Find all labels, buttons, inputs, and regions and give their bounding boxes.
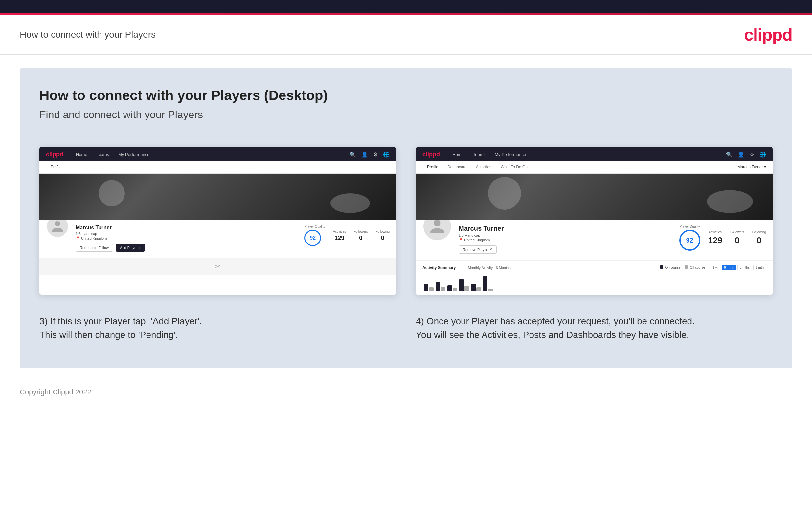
filter-6mths[interactable]: 6 mths — [722, 265, 736, 270]
tab-whattodo-2[interactable]: What To Do On — [496, 161, 532, 173]
golf-image-2 — [416, 174, 773, 220]
bar-oncourse — [447, 285, 452, 291]
top-bar — [0, 0, 812, 13]
mock-nav-icons-2: 🔍 👤 ⚙ 🌐 — [726, 151, 766, 158]
bar-oncourse — [459, 279, 464, 291]
time-filters: 1 yr 6 mths 3 mths 1 mth — [710, 265, 766, 270]
location-pin-icon-2: 📍 — [459, 238, 463, 242]
tab-dashboard-2[interactable]: Dashboard — [443, 161, 471, 173]
tab-profile-2[interactable]: Profile — [422, 161, 443, 173]
bar-offcourse — [476, 287, 481, 291]
bar-offcourse — [453, 288, 457, 291]
stat-following-2: Following 0 — [752, 230, 766, 245]
player-handicap-2: 1-5 Handicap — [459, 233, 673, 237]
settings-icon-2[interactable]: ⚙ — [750, 151, 754, 158]
mock-nav-home-2[interactable]: Home — [448, 147, 468, 161]
settings-icon-1[interactable]: ⚙ — [373, 151, 378, 158]
bar-group-6 — [483, 276, 493, 291]
bar-offcourse — [488, 289, 493, 291]
mock-nav-home-1[interactable]: Home — [71, 147, 92, 161]
stat-followers-2: Followers 0 — [730, 230, 744, 245]
player-info-1: Marcus Turner 1-5 Handicap 📍 United King… — [75, 225, 298, 252]
activity-title-group: Activity Summary | Monthly Activity · 6 … — [422, 265, 511, 270]
stat-following-1: Following 0 — [376, 230, 390, 241]
legend-offcourse: Off course — [684, 266, 705, 269]
bar-group-4 — [459, 279, 469, 291]
player-handicap-1: 1-5 Handicap — [75, 232, 298, 236]
search-icon-2[interactable]: 🔍 — [726, 151, 732, 158]
main-content: How to connect with your Players (Deskto… — [20, 68, 792, 368]
screenshots-row: clippd Home Teams My Performance 🔍 👤 ⚙ 🌐… — [39, 147, 773, 295]
player-location-2: 📍 United Kingdom — [459, 238, 673, 242]
close-icon-remove: ✕ — [490, 247, 492, 252]
offcourse-dot — [684, 266, 688, 269]
stat-activities-2: Activities 129 — [708, 230, 722, 245]
filter-1yr[interactable]: 1 yr — [710, 265, 720, 270]
page-subheading: Find and connect with your Players — [39, 109, 773, 121]
player-location-1: 📍 United Kingdom — [75, 236, 298, 240]
mock-nav-performance-1[interactable]: My Performance — [114, 147, 154, 161]
remove-player-button[interactable]: Remove Player ✕ — [459, 245, 497, 253]
player-name-2: Marcus Turner — [459, 225, 673, 232]
activity-chart — [422, 274, 766, 291]
mock-bottom-1: ✂ — [39, 258, 396, 275]
activity-header: Activity Summary | Monthly Activity · 6 … — [422, 265, 766, 270]
tab-right-2[interactable]: Marcus Turner ▾ — [738, 161, 766, 173]
user-icon-1[interactable]: 👤 — [361, 151, 368, 158]
player-name-1: Marcus Turner — [75, 225, 298, 231]
captions-row: 3) If this is your Player tap, 'Add Play… — [39, 315, 773, 342]
stat-activities-1: Activities 129 — [333, 230, 346, 241]
stats-row-2: Player Quality 92 Activities 129 Followe… — [679, 225, 766, 251]
filter-3mths[interactable]: 3 mths — [738, 265, 752, 270]
bar-oncourse — [436, 282, 440, 291]
tab-profile-1[interactable]: Profile — [46, 161, 66, 173]
tab-activities-2[interactable]: Activities — [471, 161, 496, 173]
caption-right: 4) Once your Player has accepted your re… — [416, 315, 773, 342]
footer: Copyright Clippd 2022 — [0, 381, 812, 403]
follow-button-1[interactable]: Request to Follow — [75, 244, 113, 252]
bar-oncourse — [471, 284, 476, 291]
quality-circle-2: 92 — [679, 230, 700, 251]
header-title: How to connect with your Players — [20, 30, 156, 40]
globe-icon-2[interactable]: 🌐 — [759, 151, 766, 158]
activity-legend: On course Off course — [660, 266, 705, 269]
mock-tabs-1: Profile — [39, 161, 396, 174]
action-buttons-1: Request to Follow Add Player + — [75, 244, 298, 252]
oncourse-dot — [660, 266, 663, 269]
profile-section-2: Marcus Turner 1-5 Handicap 📍 United King… — [416, 220, 773, 260]
screenshot-2: clippd Home Teams My Performance 🔍 👤 ⚙ 🌐… — [416, 147, 773, 295]
bar-group-5 — [471, 284, 481, 291]
search-icon-1[interactable]: 🔍 — [350, 151, 356, 158]
header-logo: clippd — [744, 25, 792, 45]
mock-nav-teams-1[interactable]: Teams — [92, 147, 114, 161]
mock-nav-teams-2[interactable]: Teams — [468, 147, 490, 161]
activity-controls: On course Off course 1 yr 6 mths 3 mths — [660, 265, 766, 270]
globe-icon-1[interactable]: 🌐 — [383, 151, 390, 158]
bar-group-2 — [436, 282, 445, 291]
golf-image-1 — [39, 174, 396, 220]
page-heading: How to connect with your Players (Deskto… — [39, 88, 773, 103]
legend-oncourse: On course — [660, 266, 680, 269]
stat-followers-1: Followers 0 — [354, 230, 368, 241]
scissor-icon: ✂ — [215, 263, 221, 270]
mock-nav-2: clippd Home Teams My Performance 🔍 👤 ⚙ 🌐 — [416, 147, 773, 161]
user-icon-2[interactable]: 👤 — [738, 151, 744, 158]
add-player-button-1[interactable]: Add Player + — [116, 244, 145, 252]
profile-section-1: Marcus Turner 1-5 Handicap 📍 United King… — [39, 220, 396, 258]
bar-offcourse — [429, 287, 434, 291]
stat-quality-2: Player Quality 92 — [679, 225, 700, 251]
screenshot-1: clippd Home Teams My Performance 🔍 👤 ⚙ 🌐… — [39, 147, 396, 295]
quality-circle-1: 92 — [305, 230, 321, 246]
activity-title: Activity Summary — [422, 266, 456, 270]
caption-left: 3) If this is your Player tap, 'Add Play… — [39, 315, 396, 342]
location-pin-icon: 📍 — [75, 236, 80, 240]
bar-offcourse — [441, 287, 445, 291]
mock-nav-performance-2[interactable]: My Performance — [490, 147, 530, 161]
mock-logo-1: clippd — [46, 151, 63, 158]
bar-group-1 — [424, 284, 434, 291]
filter-1mth[interactable]: 1 mth — [753, 265, 766, 270]
bar-offcourse — [464, 286, 469, 291]
stat-quality-1: Player Quality 92 — [305, 225, 325, 246]
mock-logo-2: clippd — [422, 151, 440, 158]
mock-tabs-2: Profile Dashboard Activities What To Do … — [416, 161, 773, 174]
